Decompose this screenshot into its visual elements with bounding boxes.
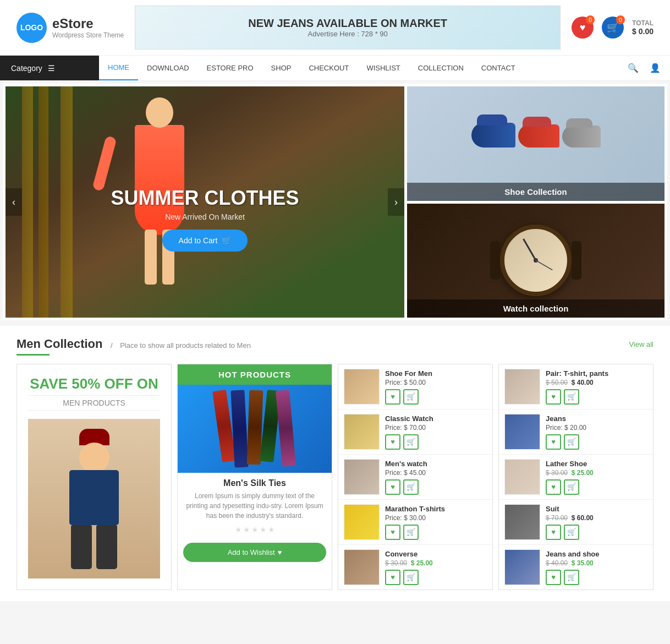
- wishlist-action-btn[interactable]: ♥: [546, 434, 561, 450]
- cart-action-btn[interactable]: 🛒: [403, 570, 419, 585]
- slider-prev[interactable]: ‹: [6, 188, 22, 216]
- product-info: Lather Shoe $ 30.00 $ 25.00 ♥ 🛒: [546, 460, 647, 495]
- product-item: Men's watch Price: $ 45.00 ♥ 🛒: [338, 455, 492, 500]
- product-thumbnail: [344, 369, 380, 405]
- hot-product-image: [178, 385, 332, 473]
- cart-action-btn[interactable]: 🛒: [564, 389, 579, 405]
- banner-title: NEW JEANS AVAILABLE ON MARKET: [248, 17, 447, 30]
- old-price: $ 30.00: [385, 559, 407, 567]
- wishlist-action-btn[interactable]: ♥: [385, 434, 400, 450]
- new-price: $ 35.00: [572, 559, 594, 567]
- section-header: Men Collection / Place to show all produ…: [17, 337, 653, 351]
- product-info: Converse $ 30.00 $ 25.00 ♥ 🛒: [385, 550, 487, 585]
- hamburger-icon: ☰: [48, 64, 55, 73]
- product-price: $ 30.00 $ 25.00: [546, 469, 647, 477]
- slider-next[interactable]: ›: [388, 188, 404, 216]
- hot-product-name: Men's Silk Ties: [178, 473, 332, 491]
- cart-action-btn[interactable]: 🛒: [564, 525, 579, 540]
- wishlist-action-btn[interactable]: ♥: [385, 525, 400, 540]
- product-thumbnail: [344, 549, 380, 585]
- nav-checkout[interactable]: CHECKOUT: [300, 56, 358, 80]
- product-thumbnail: [344, 459, 380, 495]
- product-item: Shoe For Men Price: $ 50.00 ♥ 🛒: [338, 364, 492, 410]
- wishlist-action-btn[interactable]: ♥: [546, 479, 561, 495]
- cart-btn-label: Add to Cart: [179, 236, 218, 245]
- navbar: Category ☰ HOME DOWNLOAD ESTORE PRO SHOP…: [0, 55, 670, 81]
- watch-banner[interactable]: Watch collection: [407, 204, 664, 318]
- product-price: Price: $ 20.00: [546, 424, 647, 432]
- product-info: Jeans and shoe $ 40.00 $ 35.00 ♥ 🛒: [546, 550, 647, 585]
- product-price: Price: $ 70.00: [385, 424, 487, 432]
- product-thumbnail: [344, 504, 380, 540]
- wishlist-action-btn[interactable]: ♥: [546, 389, 561, 405]
- old-price: $ 70.00: [546, 514, 568, 522]
- cart-btn-wrap: 🛒 0: [602, 17, 624, 39]
- promo-products-label: MEN PRODUCTS: [28, 395, 160, 411]
- nav-collection[interactable]: COLLECTION: [409, 56, 473, 80]
- product-info: Marathon T-shirts Price: $ 30.00 ♥ 🛒: [385, 505, 487, 540]
- wishlist-action-btn[interactable]: ♥: [385, 389, 400, 405]
- cart-action-btn[interactable]: 🛒: [564, 570, 579, 585]
- shoe-banner-label: Shoe Collection: [407, 183, 664, 201]
- product-item: Marathon T-shirts Price: $ 30.00 ♥ 🛒: [338, 500, 492, 545]
- wishlist-btn-wrap: ♥ 0: [572, 17, 594, 39]
- cart-action-btn[interactable]: 🛒: [403, 479, 419, 495]
- cart-action-btn[interactable]: 🛒: [403, 389, 419, 405]
- hero-content: SUMMER CLOTHES New Arrived On Market Add…: [3, 84, 667, 320]
- product-price: Price: $ 30.00: [385, 514, 487, 522]
- product-actions: ♥ 🛒: [546, 525, 647, 540]
- view-all-link[interactable]: View all: [629, 340, 653, 348]
- cart-action-btn[interactable]: 🛒: [564, 434, 579, 450]
- nav-links: HOME DOWNLOAD ESTORE PRO SHOP CHECKOUT W…: [99, 56, 623, 80]
- product-name: Classic Watch: [385, 414, 487, 423]
- total-amount: $ 0.00: [632, 27, 653, 36]
- wishlist-action-btn[interactable]: ♥: [546, 570, 561, 585]
- hero-side-banners: Shoe Collection Watch c: [407, 86, 664, 318]
- cart-action-btn[interactable]: 🛒: [564, 479, 579, 495]
- banner-subtitle: Advertise Here : 728 * 90: [308, 30, 388, 38]
- hero-add-to-cart[interactable]: Add to Cart 🛒: [162, 230, 248, 252]
- hero-subtitle: New Arrived On Market: [95, 212, 315, 221]
- user-button[interactable]: 👤: [645, 58, 664, 78]
- new-price: $ 40.00: [572, 379, 594, 386]
- product-name: Pair: T-shirt, pants: [546, 369, 647, 378]
- category-menu[interactable]: Category ☰: [0, 56, 99, 80]
- product-price: Price: $ 50.00: [385, 379, 487, 386]
- promo-man-image: [28, 419, 160, 578]
- nav-download[interactable]: DOWNLOAD: [138, 56, 198, 80]
- nav-estore-pro[interactable]: ESTORE PRO: [198, 56, 262, 80]
- search-button[interactable]: 🔍: [623, 58, 642, 78]
- product-info: Suit $ 70.00 $ 60.00 ♥ 🛒: [546, 505, 647, 540]
- hero-text: SUMMER CLOTHES New Arrived On Market Add…: [95, 187, 315, 252]
- cart-action-btn[interactable]: 🛒: [403, 434, 419, 450]
- product-thumbnail: [504, 414, 540, 450]
- product-name: Jeans and shoe: [546, 550, 647, 558]
- hot-product-stars: ★★★★★: [178, 525, 332, 534]
- section-title: Men Collection: [17, 337, 102, 351]
- category-label: Category: [11, 64, 42, 73]
- product-actions: ♥ 🛒: [385, 434, 487, 450]
- product-info: Pair: T-shirt, pants $ 50.00 $ 40.00 ♥ 🛒: [546, 369, 647, 405]
- nav-home[interactable]: HOME: [99, 56, 138, 80]
- product-price: $ 40.00 $ 35.00: [546, 559, 647, 567]
- product-name: Shoe For Men: [385, 369, 487, 378]
- logo-text: eStore Wordpress Store Theme: [52, 16, 124, 39]
- header-actions: ♥ 0 🛒 0 TOTAL $ 0.00: [572, 17, 653, 39]
- old-price: $ 40.00: [546, 559, 568, 567]
- wishlist-action-btn[interactable]: ♥: [546, 525, 561, 540]
- hot-products-card: HOT PRODUCTS Men's Silk Ties Lorem Ipsum…: [177, 364, 332, 590]
- hot-wishlist-button[interactable]: Add to Wishlist ♥: [183, 543, 326, 562]
- new-price: $ 60.00: [572, 514, 594, 522]
- section-title-group: Men Collection / Place to show all produ…: [17, 337, 251, 351]
- header: LOGO eStore Wordpress Store Theme NEW JE…: [0, 0, 670, 55]
- product-name: Jeans: [546, 414, 647, 423]
- shoe-banner[interactable]: Shoe Collection: [407, 86, 664, 201]
- wishlist-action-btn[interactable]: ♥: [385, 570, 400, 585]
- nav-icons: 🔍 👤: [623, 58, 664, 78]
- wishlist-action-btn[interactable]: ♥: [385, 479, 400, 495]
- right-product-list: Pair: T-shirt, pants $ 50.00 $ 40.00 ♥ 🛒…: [498, 364, 653, 590]
- cart-action-btn[interactable]: 🛒: [403, 525, 419, 540]
- nav-shop[interactable]: SHOP: [262, 56, 300, 80]
- nav-wishlist[interactable]: WISHLIST: [358, 56, 409, 80]
- nav-contact[interactable]: CONTACT: [473, 56, 524, 80]
